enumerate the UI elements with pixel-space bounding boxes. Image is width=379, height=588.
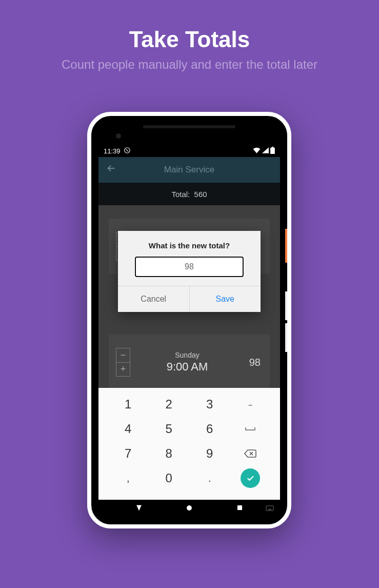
nav-keyboard-icon[interactable] (266, 505, 274, 513)
key-1[interactable]: 1 (108, 392, 149, 417)
total-value: 560 (194, 190, 207, 199)
app-header: Main Service (98, 157, 280, 183)
phone-camera-dot (116, 133, 121, 139)
numeric-keyboard: 1 2 3 - 4 5 6 7 8 9 (98, 392, 280, 500)
decrement-button[interactable]: − (116, 348, 130, 363)
key-period[interactable]: . (189, 466, 230, 491)
status-bar: 11:39 (98, 145, 280, 157)
svg-rect-2 (272, 147, 274, 148)
key-backspace[interactable] (230, 441, 271, 466)
cancel-button[interactable]: Cancel (118, 286, 190, 312)
svg-point-3 (187, 505, 192, 511)
status-time: 11:39 (104, 147, 121, 155)
total-input[interactable] (135, 257, 243, 277)
nav-back[interactable] (135, 504, 143, 513)
key-3[interactable]: 3 (189, 392, 230, 417)
no-sync-icon (124, 147, 131, 155)
marketing-subtitle: Count people manually and enter the tota… (0, 57, 379, 72)
key-5[interactable]: 5 (149, 417, 190, 441)
svg-rect-4 (237, 505, 242, 510)
key-2[interactable]: 2 (149, 392, 190, 417)
stepper: − + (116, 348, 130, 377)
nav-recent[interactable] (236, 504, 243, 513)
total-dialog: What is the new total? Cancel Save (118, 231, 261, 312)
signal-icon (262, 147, 269, 155)
nav-home[interactable] (186, 504, 193, 513)
header-title: Main Service (98, 165, 280, 175)
check-icon (241, 468, 260, 488)
key-0[interactable]: 0 (149, 466, 190, 491)
phone-screen: 11:39 Main Service (98, 145, 280, 517)
marketing-title: Take Totals (0, 27, 379, 52)
key-7[interactable]: 7 (108, 441, 149, 466)
key-dash[interactable]: - (230, 392, 271, 417)
card-day: Sunday (130, 351, 244, 359)
battery-icon (270, 147, 275, 155)
content-area: − + Wednesday − + Sunday 9:00 AM 98 (98, 205, 280, 393)
android-nav-bar (98, 500, 280, 517)
save-button[interactable]: Save (190, 286, 261, 312)
key-space[interactable] (230, 417, 271, 441)
power-button (285, 229, 288, 263)
dialog-title: What is the new total? (118, 231, 261, 257)
card-time: 9:00 AM (130, 360, 244, 374)
total-bar: Total: 560 (98, 183, 280, 205)
key-confirm[interactable] (230, 466, 271, 491)
service-card-sunday[interactable]: − + Sunday 9:00 AM 98 (109, 335, 270, 390)
total-label: Total: (171, 190, 190, 199)
volume-down-button (285, 323, 288, 352)
key-8[interactable]: 8 (149, 441, 190, 466)
back-button[interactable] (106, 163, 117, 177)
phone-frame: 11:39 Main Service (87, 112, 291, 528)
key-9[interactable]: 9 (189, 441, 230, 466)
key-6[interactable]: 6 (189, 417, 230, 441)
increment-button[interactable]: + (116, 363, 130, 377)
key-4[interactable]: 4 (108, 417, 149, 441)
svg-rect-5 (266, 505, 273, 510)
key-comma[interactable]: , (108, 466, 149, 491)
svg-rect-1 (270, 147, 275, 153)
card-count: 98 (244, 357, 270, 368)
keyboard-divider (98, 388, 280, 392)
volume-up-button (285, 291, 288, 320)
wifi-icon (253, 147, 261, 155)
phone-speaker (143, 125, 235, 128)
